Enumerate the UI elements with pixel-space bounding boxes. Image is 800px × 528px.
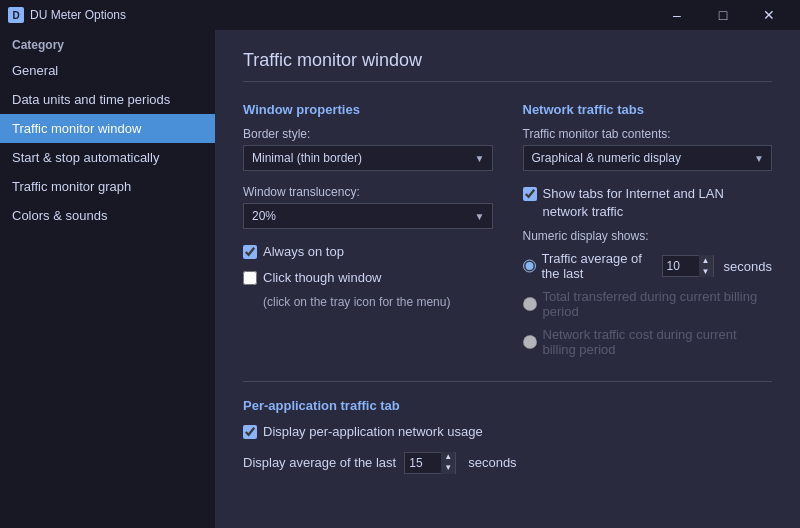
network-cost-label: Network traffic cost during current bill… xyxy=(543,327,773,357)
main-container: Category General Data units and time per… xyxy=(0,30,800,528)
sidebar-item-traffic-monitor-window[interactable]: Traffic monitor window xyxy=(0,114,215,143)
display-average-seconds-label: seconds xyxy=(468,455,516,470)
translucency-label: Window translucency: xyxy=(243,185,493,199)
window-controls: – □ ✕ xyxy=(654,0,792,30)
display-average-up[interactable]: ▲ xyxy=(441,452,455,463)
window-title: DU Meter Options xyxy=(30,8,126,22)
display-average-spinners: ▲ ▼ xyxy=(441,452,455,474)
sidebar-item-start-stop[interactable]: Start & stop automatically xyxy=(0,143,215,172)
always-on-top-row: Always on top xyxy=(243,243,493,261)
divider xyxy=(243,381,772,382)
sidebar: Category General Data units and time per… xyxy=(0,30,215,528)
show-tabs-row: Show tabs for Internet and LAN network t… xyxy=(523,185,773,221)
network-tabs-title: Network traffic tabs xyxy=(523,102,773,117)
translucency-select-wrapper[interactable]: 10% 20% 30% 40% 50% xyxy=(243,203,493,229)
sidebar-item-data-units[interactable]: Data units and time periods xyxy=(0,85,215,114)
traffic-average-spinners: ▲ ▼ xyxy=(699,255,713,277)
sidebar-category-label: Category xyxy=(0,30,215,56)
show-tabs-label: Show tabs for Internet and LAN network t… xyxy=(543,185,773,221)
network-cost-row: Network traffic cost during current bill… xyxy=(523,327,773,357)
tab-contents-select-wrapper[interactable]: Graphical & numeric display Graphical on… xyxy=(523,145,773,171)
total-transferred-row: Total transferred during current billing… xyxy=(523,289,773,319)
app-icon: D xyxy=(8,7,24,23)
click-through-label: Click though window xyxy=(263,269,382,287)
total-transferred-label: Total transferred during current billing… xyxy=(543,289,773,319)
display-per-app-row: Display per-application network usage xyxy=(243,423,772,441)
minimize-button[interactable]: – xyxy=(654,0,700,30)
display-average-input-wrapper[interactable]: ▲ ▼ xyxy=(404,452,456,474)
border-style-select-wrapper[interactable]: Minimal (thin border) Normal None xyxy=(243,145,493,171)
numeric-display-section: Numeric display shows: Traffic average o… xyxy=(523,229,773,357)
show-tabs-checkbox[interactable] xyxy=(523,187,537,201)
per-app-title: Per-application traffic tab xyxy=(243,398,772,413)
title-bar: D DU Meter Options – □ ✕ xyxy=(0,0,800,30)
traffic-average-input-wrapper[interactable]: ▲ ▼ xyxy=(662,255,714,277)
display-average-label: Display average of the last xyxy=(243,455,396,470)
total-transferred-radio[interactable] xyxy=(523,297,537,311)
display-average-row: Display average of the last ▲ ▼ seconds xyxy=(243,452,772,474)
sidebar-item-general[interactable]: General xyxy=(0,56,215,85)
display-per-app-checkbox[interactable] xyxy=(243,425,257,439)
traffic-average-label: Traffic average of the last xyxy=(542,251,656,281)
left-column: Window properties Border style: Minimal … xyxy=(243,102,493,365)
traffic-average-row: Traffic average of the last ▲ ▼ seconds xyxy=(523,251,773,281)
per-app-section: Per-application traffic tab Display per-… xyxy=(243,398,772,473)
maximize-button[interactable]: □ xyxy=(700,0,746,30)
translucency-select[interactable]: 10% 20% 30% 40% 50% xyxy=(243,203,493,229)
click-through-sublabel: (click on the tray icon for the menu) xyxy=(263,295,493,311)
click-through-checkbox[interactable] xyxy=(243,271,257,285)
tab-contents-select[interactable]: Graphical & numeric display Graphical on… xyxy=(523,145,773,171)
always-on-top-label: Always on top xyxy=(263,243,344,261)
sidebar-item-colors-sounds[interactable]: Colors & sounds xyxy=(0,201,215,230)
display-average-down[interactable]: ▼ xyxy=(441,463,455,474)
traffic-average-up[interactable]: ▲ xyxy=(699,255,713,266)
display-average-input[interactable] xyxy=(405,456,441,470)
close-button[interactable]: ✕ xyxy=(746,0,792,30)
traffic-average-down[interactable]: ▼ xyxy=(699,266,713,277)
traffic-average-seconds-label: seconds xyxy=(724,259,772,274)
window-properties-title: Window properties xyxy=(243,102,493,117)
right-column: Network traffic tabs Traffic monitor tab… xyxy=(523,102,773,365)
traffic-average-radio[interactable] xyxy=(523,259,536,273)
page-title: Traffic monitor window xyxy=(243,50,772,82)
border-style-label: Border style: xyxy=(243,127,493,141)
two-col-layout: Window properties Border style: Minimal … xyxy=(243,102,772,365)
click-through-row: Click though window xyxy=(243,269,493,287)
border-style-select[interactable]: Minimal (thin border) Normal None xyxy=(243,145,493,171)
sidebar-item-traffic-graph[interactable]: Traffic monitor graph xyxy=(0,172,215,201)
numeric-display-label: Numeric display shows: xyxy=(523,229,773,243)
content-area: Traffic monitor window Window properties… xyxy=(215,30,800,528)
network-cost-radio[interactable] xyxy=(523,335,537,349)
display-per-app-label: Display per-application network usage xyxy=(263,423,483,441)
always-on-top-checkbox[interactable] xyxy=(243,245,257,259)
traffic-average-input[interactable] xyxy=(663,259,699,273)
tab-contents-label: Traffic monitor tab contents: xyxy=(523,127,773,141)
